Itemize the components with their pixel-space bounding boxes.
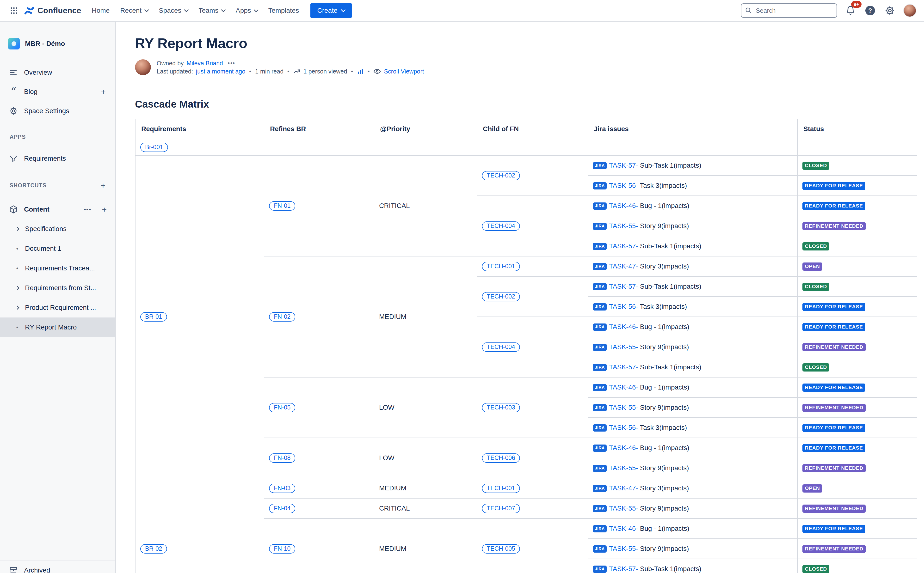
status-lozenge: REFINEMENT NEEDED <box>802 464 866 472</box>
jira-issue-link[interactable]: TASK-56- <box>609 182 638 189</box>
help-button[interactable]: ? <box>864 4 876 17</box>
nav-teams[interactable]: Teams <box>194 3 230 18</box>
sidebar-item-ry-report-macro[interactable]: RY Report Macro <box>0 318 115 337</box>
gear-icon <box>885 6 895 16</box>
sidebar-item-requirements-from-st[interactable]: Requirements from St... <box>0 278 115 298</box>
owner-link[interactable]: Mileva Briand <box>187 59 223 67</box>
jira-issue-link[interactable]: TASK-57- <box>609 161 638 169</box>
sidebar-item-requirements-traceability[interactable]: Requirements Tracea... <box>0 258 115 278</box>
sidebar-item-blog[interactable]: “ Blog + <box>0 82 115 101</box>
create-button[interactable]: Create <box>310 3 352 18</box>
item-link-chip[interactable]: TECH-002 <box>482 171 520 180</box>
jira-issue-link[interactable]: TASK-46- <box>609 323 638 330</box>
item-link-chip[interactable]: TECH-006 <box>482 453 520 463</box>
item-link-chip[interactable]: TECH-002 <box>482 292 520 301</box>
space-header[interactable]: MBR - Démo <box>0 22 115 59</box>
status-lozenge: CLOSED <box>802 242 829 250</box>
priority-cell: CRITICAL <box>374 498 477 518</box>
add-shortcut-button[interactable]: + <box>99 181 108 190</box>
status-lozenge: CLOSED <box>802 363 829 371</box>
app-switcher-icon[interactable] <box>7 3 21 18</box>
item-link-chip[interactable]: FN-03 <box>269 484 295 493</box>
nav-recent[interactable]: Recent <box>115 3 153 18</box>
nav-spaces[interactable]: Spaces <box>154 3 193 18</box>
user-avatar[interactable] <box>903 4 916 17</box>
owner-avatar[interactable] <box>135 59 151 75</box>
item-link-chip[interactable]: FN-05 <box>269 403 295 412</box>
item-link-chip[interactable]: FN-02 <box>269 312 295 322</box>
jira-issue-cell: JIRATASK-46- Bug - 1(impacts) <box>588 196 797 216</box>
jira-issue-cell: JIRATASK-57- Sub-Task 1(impacts) <box>588 276 797 297</box>
confluence-wordmark: Confluence <box>38 6 81 15</box>
jira-issue-link[interactable]: TASK-55- <box>609 504 638 512</box>
jira-issue-link[interactable]: TASK-56- <box>609 424 638 431</box>
jira-issue-link[interactable]: TASK-57- <box>609 565 638 573</box>
item-link-chip[interactable]: TECH-003 <box>482 403 520 412</box>
link-chip-cell: FN-05 <box>264 377 374 438</box>
jira-issue-cell: JIRATASK-55- Story 9(impacts) <box>588 458 797 478</box>
jira-icon: JIRA <box>593 384 607 391</box>
jira-issue-link[interactable]: TASK-55- <box>609 343 638 351</box>
sidebar-item-specifications[interactable]: Specifications <box>0 219 115 239</box>
nav-templates[interactable]: Templates <box>263 3 304 18</box>
item-link-chip[interactable]: TECH-004 <box>482 343 520 352</box>
item-link-chip[interactable]: FN-08 <box>269 453 295 463</box>
content-tree: Specifications Document 1 Requirements T… <box>0 219 115 337</box>
empty-cell <box>477 139 588 155</box>
jira-issue-link[interactable]: TASK-46- <box>609 384 638 391</box>
jira-issue-link[interactable]: TASK-56- <box>609 303 638 310</box>
item-link-chip[interactable]: BR-01 <box>140 312 167 322</box>
nav-apps[interactable]: Apps <box>231 3 263 18</box>
sidebar-item-product-requirement[interactable]: Product Requirement ... <box>0 298 115 318</box>
nav-home[interactable]: Home <box>87 3 114 18</box>
sidebar-item-overview[interactable]: Overview <box>0 63 115 82</box>
item-link-chip[interactable]: FN-10 <box>269 544 295 554</box>
chevron-down-icon <box>254 8 258 12</box>
jira-issue-link[interactable]: TASK-55- <box>609 404 638 411</box>
scroll-viewport-link[interactable]: Scroll Viewport <box>384 67 424 75</box>
jira-issue-link[interactable]: TASK-57- <box>609 283 638 290</box>
item-link-chip[interactable]: TECH-004 <box>482 221 520 231</box>
content-section-header[interactable]: Content ••• + <box>0 200 115 219</box>
item-link-chip[interactable]: TECH-001 <box>482 484 520 493</box>
settings-button[interactable] <box>884 4 896 17</box>
jira-issue-link[interactable]: TASK-47- <box>609 263 638 270</box>
jira-issue-link[interactable]: TASK-57- <box>609 242 638 250</box>
confluence-logo[interactable]: Confluence <box>24 5 81 16</box>
jira-issue-link[interactable]: TASK-46- <box>609 525 638 532</box>
item-link-chip[interactable]: FN-04 <box>269 504 295 513</box>
search-input[interactable] <box>741 3 837 18</box>
last-updated-link[interactable]: just a moment ago <box>196 67 246 75</box>
search-box <box>741 3 837 18</box>
item-link-chip[interactable]: TECH-001 <box>482 262 520 271</box>
item-link-chip[interactable]: FN-01 <box>269 201 295 211</box>
views-count[interactable]: 1 person viewed <box>304 67 347 75</box>
sidebar-item-archived[interactable]: Archived <box>0 560 115 573</box>
item-link-chip[interactable]: BR-02 <box>140 544 167 554</box>
add-blog-button[interactable]: + <box>99 87 108 97</box>
sidebar-item-requirements[interactable]: Requirements <box>0 149 115 168</box>
analytics-icon[interactable] <box>357 68 364 75</box>
sidebar-item-space-settings[interactable]: Space Settings <box>0 101 115 121</box>
jira-issue-link[interactable]: TASK-46- <box>609 444 638 451</box>
jira-issue-summary: Task 3(impacts) <box>638 303 687 310</box>
add-content-button[interactable]: + <box>100 205 109 214</box>
jira-issue-link[interactable]: TASK-55- <box>609 222 638 230</box>
item-link-chip[interactable]: Br-001 <box>140 142 168 152</box>
link-chip-cell: TECH-004 <box>477 317 588 377</box>
jira-issue-link[interactable]: TASK-55- <box>609 545 638 553</box>
jira-issue-link[interactable]: TASK-57- <box>609 363 638 371</box>
chevron-right-icon <box>16 227 19 231</box>
notifications-button[interactable]: 9+ <box>844 4 857 17</box>
content-more-button[interactable]: ••• <box>81 206 94 213</box>
jira-issue-summary: Story 9(impacts) <box>638 222 689 230</box>
item-link-chip[interactable]: TECH-005 <box>482 544 520 554</box>
sidebar-item-document-1[interactable]: Document 1 <box>0 239 115 258</box>
item-link-chip[interactable]: TECH-007 <box>482 504 520 513</box>
jira-issue-link[interactable]: TASK-55- <box>609 464 638 472</box>
jira-issue-link[interactable]: TASK-46- <box>609 202 638 210</box>
priority-cell: LOW <box>374 438 477 478</box>
jira-issue-link[interactable]: TASK-47- <box>609 484 638 492</box>
status-cell: REFINEMENT NEEDED <box>797 337 917 357</box>
byline-more-button[interactable]: ••• <box>228 59 235 67</box>
